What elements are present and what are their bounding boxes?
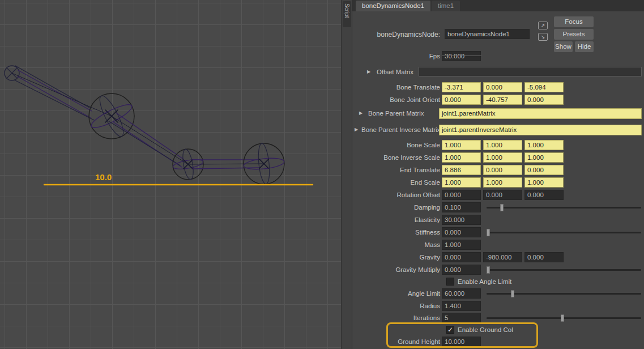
stiffness-field[interactable]: 0.000 [442,227,481,237]
focus-button[interactable]: Focus [554,16,594,27]
offset-matrix-field[interactable] [419,67,642,76]
bone-parent-inverse-matrix-label: Bone Parent Inverse Matrix [361,125,440,135]
enable-ground-col-label: Enable Ground Col [458,325,513,335]
script-panel-label: Script [344,3,350,18]
gravity-multiply-label: Gravity Multiply [352,265,440,275]
bone-joint-orient-z-field[interactable]: 0.000 [524,95,564,105]
bone-axis [188,164,264,164]
attr-row-offset-matrix: ▶ Offset Matrix [352,67,644,77]
dock-up-icon[interactable]: ↗ [538,22,548,29]
end-translate-z-field[interactable]: 0.000 [524,165,564,175]
gravity-x-field[interactable]: 0.000 [442,252,481,262]
bone-translate-label: Bone Translate [352,82,440,92]
bone-scale-label: Bone Scale [352,140,440,150]
attr-row-bone-inverse-scale: Bone Inverse Scale 1.000 1.000 1.000 [352,152,644,163]
tab-bar: boneDynamicsNode1 time1 [352,0,644,11]
tab-time1[interactable]: time1 [432,1,460,11]
presets-button[interactable]: Presets [554,29,594,40]
elasticity-label: Elasticity [352,215,440,225]
iterations-slider-handle[interactable] [561,314,564,322]
iterations-field[interactable]: 5 [442,313,481,323]
end-scale-y-field[interactable]: 1.000 [483,177,522,188]
damping-slider[interactable] [487,207,641,208]
gravity-multiply-field[interactable]: 0.000 [442,265,481,275]
bone-edge [18,76,91,118]
gravity-multiply-slider[interactable] [487,269,641,271]
mass-field[interactable]: 1.000 [442,240,481,250]
end-scale-label: End Scale [352,177,440,188]
bone-chain-drawing: 10.0 [0,0,341,349]
rotation-offset-x-field[interactable]: 0.000 [442,190,481,200]
end-scale-z-field[interactable]: 1.000 [524,177,564,188]
stiffness-slider-handle[interactable] [487,229,490,236]
bone-scale-y-field[interactable]: 1.000 [483,140,522,150]
dock-down-icon[interactable]: ↘ [538,33,548,41]
attr-row-gravity: Gravity 0.000 -980.000 0.000 [352,252,644,262]
bone-inverse-scale-z-field[interactable]: 1.000 [524,152,564,163]
gravity-z-field[interactable]: 0.000 [524,252,564,262]
end-scale-x-field[interactable]: 1.000 [442,177,481,188]
ground-height-field[interactable]: 10.000 [442,337,481,347]
attr-row-iterations: Iterations 5 [352,313,644,323]
bone-parent-inverse-matrix-field[interactable]: joint1.parentInverseMatrix [439,125,642,135]
node-type-label: boneDynamicsNode: [352,29,440,40]
tab-bonedynamicsnode1[interactable]: boneDynamicsNode1 [356,1,430,11]
end-translate-y-field[interactable]: 0.000 [483,165,522,175]
enable-ground-col-checkbox[interactable]: ✓ [446,326,454,334]
bone-inverse-scale-x-field[interactable]: 1.000 [442,152,481,163]
stiffness-slider[interactable] [487,232,641,233]
angle-limit-field[interactable]: 60.000 [442,288,481,299]
end-translate-x-field[interactable]: 6.886 [442,165,481,175]
enable-angle-limit-checkbox[interactable] [446,278,454,286]
bone-inverse-scale-label: Bone Inverse Scale [352,152,440,163]
damping-slider-handle[interactable] [500,204,504,211]
bone-translate-y-field[interactable]: 0.000 [483,82,522,92]
bone-edge [117,113,184,159]
elasticity-field[interactable]: 30.000 [442,215,481,225]
attr-row-stiffness: Stiffness 0.000 [352,227,644,237]
bone-edge [14,80,94,120]
gravity-multiply-slider-handle[interactable] [487,266,490,274]
collapse-arrow-icon[interactable]: ▶ [367,69,370,75]
bone-parent-matrix-label: Bone Parent Matrix [368,108,424,119]
attr-row-bone-parent-matrix: ▶ Bone Parent Matrix joint1.parentMatrix [352,108,644,118]
bone-scale-z-field[interactable]: 1.000 [524,140,564,150]
bone-translate-x-field[interactable]: -3.371 [442,82,481,92]
bone-scale-x-field[interactable]: 1.000 [442,140,481,150]
bone-joint-orient-label: Bone Joint Orient [352,95,440,105]
bone-edge [18,70,92,111]
bone-inverse-scale-y-field[interactable]: 1.000 [483,152,522,163]
gravity-y-field[interactable]: -980.000 [483,252,522,262]
attr-row-bone-scale: Bone Scale 1.000 1.000 1.000 [352,140,644,150]
script-panel-tab[interactable]: Script [343,1,351,27]
attr-row-angle-limit: Angle Limit 60.000 [352,288,644,299]
collapse-arrow-icon[interactable]: ▶ [359,110,362,116]
bone-joint-orient-y-field[interactable]: -40.757 [483,95,522,105]
fps-field[interactable]: 30.000 [442,51,481,61]
angle-limit-slider-handle[interactable] [511,290,514,297]
attr-row-bone-parent-inverse-matrix: ▶ Bone Parent Inverse Matrix joint1.pare… [352,125,644,135]
rotation-offset-z-field[interactable]: 0.000 [524,190,564,200]
iterations-label: Iterations [352,313,440,323]
attr-row-enable-angle-limit: Enable Angle Limit [352,276,644,287]
rotation-offset-y-field[interactable]: 0.000 [483,190,522,200]
attr-row-damping: Damping 0.100 [352,202,644,212]
iterations-slider[interactable] [487,317,641,319]
viewport-panel[interactable]: 10.0 [0,0,341,349]
damping-field[interactable]: 0.100 [442,202,481,212]
attribute-editor-panel: boneDynamicsNode1 time1 boneDynamicsNode… [352,0,644,349]
collapse-arrow-icon[interactable]: ▶ [355,127,358,133]
ground-height-label: Ground Height [352,337,440,347]
node-name-input[interactable]: boneDynamicsNode1 [445,29,530,39]
bone-axis [12,73,112,116]
bone-parent-matrix-field[interactable]: joint1.parentMatrix [439,108,642,119]
end-translate-label: End Translate [352,165,440,175]
bone-translate-z-field[interactable]: -5.094 [524,82,564,92]
fps-label: Fps [352,51,440,61]
attr-row-ground-height: Ground Height 10.000 [352,337,644,347]
bone-joint-orient-x-field[interactable]: 0.000 [442,95,481,105]
angle-limit-slider[interactable] [487,293,641,295]
stiffness-label: Stiffness [352,227,440,237]
attr-row-bone-translate: Bone Translate -3.371 0.000 -5.094 [352,82,644,92]
radius-field[interactable]: 1.400 [442,301,481,311]
